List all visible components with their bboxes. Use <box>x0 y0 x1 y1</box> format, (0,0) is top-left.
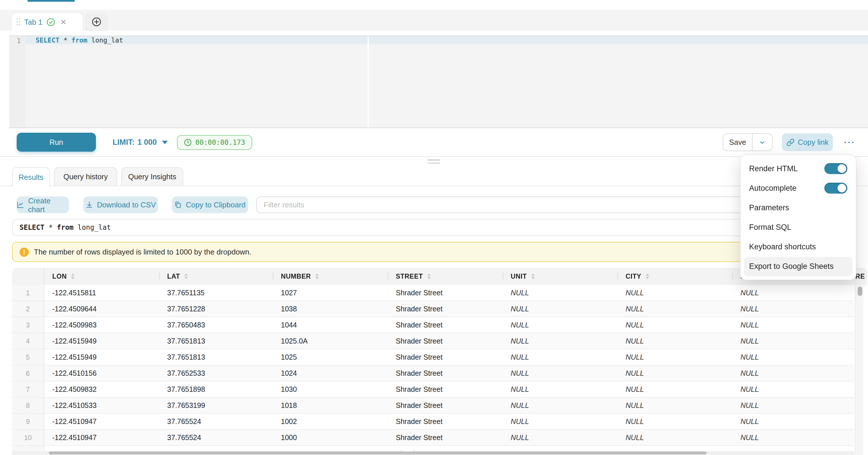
column-header-street[interactable]: STREET <box>388 268 503 285</box>
cell-unit[interactable]: NULL <box>503 349 618 365</box>
cell-city[interactable]: NULL <box>618 317 733 333</box>
cell-district[interactable]: NULL <box>733 430 847 446</box>
cell-number[interactable]: 1038 <box>273 301 388 317</box>
column-header-lat[interactable]: LAT <box>159 268 273 285</box>
drag-handle-icon[interactable] <box>17 19 20 25</box>
cell-number[interactable]: 1002 <box>273 414 388 430</box>
menu-item-keyboard-shortcuts[interactable]: Keyboard shortcuts <box>744 237 852 256</box>
cell-district[interactable]: NULL <box>733 365 847 382</box>
cell-lat[interactable]: 37.765524 <box>159 430 273 446</box>
cell-number[interactable]: 1024 <box>273 365 388 382</box>
cell-re[interactable] <box>847 365 854 382</box>
cell-street[interactable]: Shrader Street <box>388 414 503 430</box>
cell-street[interactable]: Shrader Street <box>388 430 503 446</box>
cell-number[interactable]: 1025 <box>273 349 388 365</box>
cell-re[interactable] <box>847 317 854 333</box>
cell-number[interactable]: 1018 <box>273 398 388 414</box>
cell-district[interactable]: NULL <box>733 382 847 398</box>
cell-lon[interactable]: -122.4510533 <box>44 398 159 414</box>
cell-unit[interactable]: NULL <box>503 333 618 349</box>
column-header-number[interactable]: NUMBER <box>273 268 388 285</box>
cell-street[interactable]: Shrader Street <box>388 398 503 414</box>
cell-re[interactable] <box>847 414 854 430</box>
editor-code-line[interactable]: SELECT * from long_lat <box>36 36 123 44</box>
cell-city[interactable]: NULL <box>618 301 733 317</box>
tab-query-insights[interactable]: Query Insights <box>121 167 183 186</box>
vertical-scrollbar[interactable] <box>855 285 863 455</box>
horizontal-scrollbar-thumb[interactable] <box>49 452 707 454</box>
cell-re[interactable] <box>847 382 854 398</box>
save-button[interactable]: Save <box>723 134 752 151</box>
editor-tab-active[interactable]: Tab 1 ✕ <box>11 12 83 31</box>
cell-lat[interactable]: 37.765524 <box>159 414 273 430</box>
cell-district[interactable]: NULL <box>733 333 847 349</box>
copy-clipboard-button[interactable]: Copy to Clipboard <box>172 196 248 213</box>
save-options-button[interactable] <box>752 134 772 151</box>
cell-lat[interactable]: 37.7651813 <box>159 333 273 349</box>
render-html-toggle[interactable] <box>824 163 847 174</box>
cell-lon[interactable]: -122.4515949 <box>44 349 159 365</box>
menu-item-autocomplete[interactable]: Autocomplete <box>744 178 852 198</box>
tab-query-history[interactable]: Query history <box>54 167 117 186</box>
menu-item-parameters[interactable]: Parameters <box>744 198 852 217</box>
column-header-unit[interactable]: UNIT <box>503 268 618 285</box>
cell-lon[interactable]: -122.4515811 <box>44 285 159 301</box>
cell-city[interactable]: NULL <box>618 285 733 301</box>
cell-unit[interactable]: NULL <box>503 430 618 446</box>
cell-city[interactable]: NULL <box>618 382 733 398</box>
download-csv-button[interactable]: Download to CSV <box>83 196 158 213</box>
menu-item-format-sql[interactable]: Format SQL <box>744 217 852 237</box>
cell-street[interactable]: Shrader Street <box>388 285 503 301</box>
new-tab-button[interactable] <box>85 12 108 31</box>
cell-lon[interactable]: -122.4510156 <box>44 365 159 382</box>
cell-number[interactable]: 1027 <box>273 285 388 301</box>
cell-lat[interactable]: 37.7651813 <box>159 349 273 365</box>
cell-number[interactable]: 1025.0A <box>273 333 388 349</box>
cell-lon[interactable]: -122.4509983 <box>44 317 159 333</box>
tab-results[interactable]: Results <box>12 167 50 187</box>
cell-street[interactable]: Shrader Street <box>388 317 503 333</box>
vertical-scrollbar-thumb[interactable] <box>857 287 862 296</box>
cell-city[interactable]: NULL <box>618 349 733 365</box>
limit-dropdown[interactable]: LIMIT: 1 000 <box>113 133 168 152</box>
cell-district[interactable]: NULL <box>733 317 847 333</box>
autocomplete-toggle[interactable] <box>824 183 847 193</box>
cell-lat[interactable]: 37.7652533 <box>159 365 273 382</box>
cell-unit[interactable]: NULL <box>503 414 618 430</box>
cell-re[interactable] <box>847 301 854 317</box>
sql-editor[interactable]: 1 SELECT * from long_lat <box>9 36 868 128</box>
cell-lat[interactable]: 37.7651228 <box>159 301 273 317</box>
cell-number[interactable]: 1000 <box>273 430 388 446</box>
cell-lon[interactable]: -122.4510947 <box>44 414 159 430</box>
cell-city[interactable]: NULL <box>618 430 733 446</box>
panel-resize-handle[interactable] <box>427 159 440 165</box>
cell-re[interactable] <box>847 333 854 349</box>
cell-lon[interactable]: -122.4510947 <box>44 430 159 446</box>
cell-district[interactable]: NULL <box>733 349 847 365</box>
close-tab-icon[interactable]: ✕ <box>60 18 67 26</box>
cell-unit[interactable]: NULL <box>503 398 618 414</box>
cell-street[interactable]: Shrader Street <box>388 382 503 398</box>
more-options-button[interactable]: ··· <box>840 133 859 151</box>
cell-unit[interactable]: NULL <box>503 285 618 301</box>
copy-link-button[interactable]: Copy link <box>782 133 833 151</box>
cell-unit[interactable]: NULL <box>503 301 618 317</box>
cell-re[interactable] <box>847 398 854 414</box>
cell-street[interactable]: Shrader Street <box>388 301 503 317</box>
cell-district[interactable]: NULL <box>733 398 847 414</box>
cell-city[interactable]: NULL <box>618 398 733 414</box>
cell-district[interactable]: NULL <box>733 285 847 301</box>
cell-re[interactable] <box>847 430 854 446</box>
run-button[interactable]: Run <box>17 133 96 152</box>
menu-item-render-html[interactable]: Render HTML <box>744 158 852 178</box>
create-chart-button[interactable]: Create chart <box>17 196 69 213</box>
cell-lon[interactable]: -122.4515949 <box>44 333 159 349</box>
cell-number[interactable]: 1030 <box>273 382 388 398</box>
cell-street[interactable]: Shrader Street <box>388 365 503 382</box>
menu-item-export-google-sheets[interactable]: Export to Google Sheets <box>744 257 852 276</box>
cell-city[interactable]: NULL <box>618 365 733 382</box>
cell-unit[interactable]: NULL <box>503 317 618 333</box>
cell-lat[interactable]: 37.7651898 <box>159 382 273 398</box>
column-header-lon[interactable]: LON <box>44 268 159 285</box>
horizontal-scrollbar[interactable] <box>12 451 854 455</box>
